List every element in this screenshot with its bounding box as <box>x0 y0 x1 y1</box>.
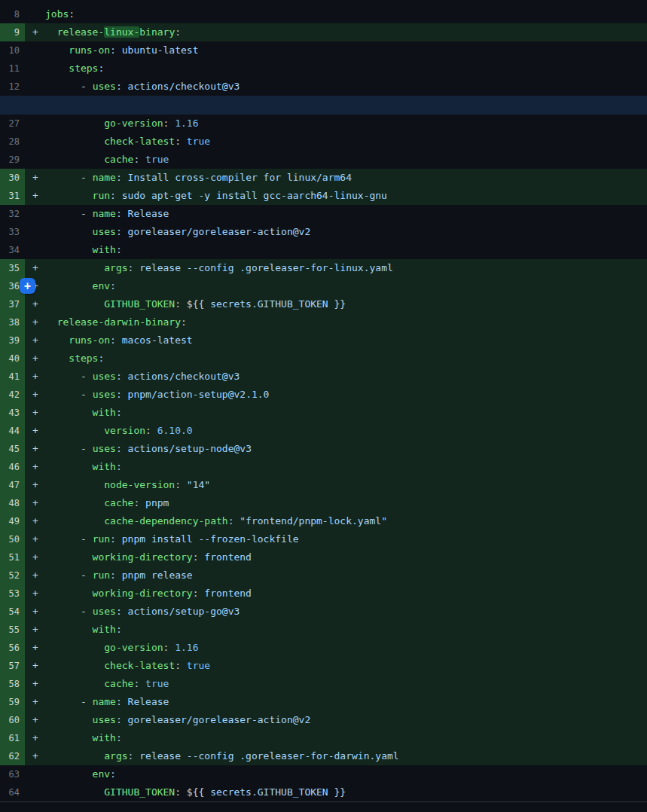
line-number[interactable]: 38 <box>0 313 25 331</box>
line-number[interactable]: 60 <box>0 711 25 729</box>
code-token: run <box>45 190 110 201</box>
diff-marker <box>25 205 45 223</box>
line-number[interactable]: 58 <box>0 675 25 693</box>
code-token: true <box>145 154 169 165</box>
code-token: }} <box>328 298 346 310</box>
diff-marker: + <box>25 169 45 187</box>
line-number[interactable]: 41 <box>0 368 25 386</box>
line-number[interactable]: 33 <box>0 223 25 241</box>
code-line: - name: Release <box>45 205 647 223</box>
code-token: : <box>116 606 128 617</box>
line-number[interactable]: 28 <box>0 133 25 151</box>
code-token: : <box>116 226 128 237</box>
line-number[interactable]: 53 <box>0 585 25 603</box>
line-number[interactable]: 44 <box>0 422 25 440</box>
line-number[interactable]: 8 <box>0 5 25 23</box>
line-number[interactable]: 9 <box>0 23 25 41</box>
expand-hunk-row[interactable] <box>0 96 647 114</box>
line-number[interactable]: 43 <box>0 404 25 422</box>
code-token: "14" <box>187 479 210 490</box>
line-number[interactable]: 34 <box>0 241 25 259</box>
code-line: release-darwin-binary: <box>45 313 647 331</box>
diff-marker: + <box>25 331 45 350</box>
diff-marker <box>25 783 45 801</box>
line-number[interactable]: 40 <box>0 350 25 368</box>
line-number[interactable]: 59 <box>0 693 25 711</box>
diff-marker: + <box>25 603 45 621</box>
line-number[interactable]: 10 <box>0 41 25 60</box>
diff-marker <box>25 151 45 169</box>
code-token: : <box>193 551 205 563</box>
code-token: version <box>45 425 145 436</box>
line-number[interactable]: 29 <box>0 151 25 169</box>
line-number[interactable]: 57 <box>0 657 25 675</box>
diff-row: 49+ cache-dependency-path: "frontend/pnp… <box>0 512 647 530</box>
code-line: - uses: actions/setup-node@v3 <box>45 440 647 458</box>
diff-row: 34 with: <box>0 241 647 259</box>
code-token: : <box>116 208 128 219</box>
line-number[interactable]: 30 <box>0 169 25 187</box>
code-token: : <box>98 63 104 74</box>
code-line: steps: <box>45 350 647 368</box>
code-token: actions/setup-node@v3 <box>128 443 252 454</box>
line-number[interactable]: 45 <box>0 440 25 458</box>
code-token: : <box>110 334 122 346</box>
line-number[interactable]: 62 <box>0 747 25 765</box>
code-token: - <box>45 208 93 219</box>
code-token: true <box>187 660 210 671</box>
line-number[interactable]: 46 <box>0 458 25 476</box>
line-number[interactable]: 27 <box>0 114 25 133</box>
code-token: run <box>93 569 110 581</box>
line-number[interactable]: 39 <box>0 331 25 350</box>
code-token: : <box>145 425 157 436</box>
code-token: : <box>116 732 122 743</box>
code-token: : <box>116 371 128 382</box>
line-number[interactable]: 37 <box>0 295 25 313</box>
add-comment-button[interactable]: + <box>20 278 35 294</box>
diff-marker: + <box>25 530 45 548</box>
diff-marker: + <box>25 404 45 422</box>
line-number[interactable]: 61 <box>0 729 25 747</box>
line-number[interactable]: 56 <box>0 639 25 657</box>
code-token: name <box>93 696 116 707</box>
line-number[interactable]: 55 <box>0 621 25 639</box>
line-number[interactable]: 47 <box>0 476 25 494</box>
code-line: - uses: pnpm/action-setup@v2.1.0 <box>45 386 647 404</box>
code-token: : <box>175 479 187 490</box>
code-line: run: sudo apt-get -y install gcc-aarch64… <box>45 187 647 205</box>
code-token: : <box>193 588 205 599</box>
code-token: pnpm install --frozen-lockfile <box>122 533 299 545</box>
line-number[interactable]: 64 <box>0 783 25 801</box>
line-number[interactable]: 12 <box>0 78 25 96</box>
code-token: Release <box>128 208 169 219</box>
code-token: uses <box>93 389 116 400</box>
line-number[interactable]: 50 <box>0 530 25 548</box>
code-token: : <box>175 660 187 671</box>
line-number[interactable]: 31 <box>0 187 25 205</box>
diff-marker: + <box>25 747 45 765</box>
code-token: actions/checkout@v3 <box>128 371 240 382</box>
line-number[interactable]: 32 <box>0 205 25 223</box>
line-number[interactable]: 11 <box>0 60 25 78</box>
code-token: 6.10.0 <box>157 425 193 436</box>
line-number[interactable]: 42 <box>0 386 25 404</box>
line-number[interactable]: 52 <box>0 566 25 585</box>
line-number[interactable]: 51 <box>0 548 25 566</box>
diff-marker: + <box>25 693 45 711</box>
code-token: goreleaser/goreleaser-action@v2 <box>128 714 311 725</box>
diff-row: 52+ - run: pnpm release <box>0 566 647 585</box>
code-token: release --config .goreleaser-for-darwin.… <box>139 750 398 762</box>
code-token: release- <box>45 26 104 38</box>
diff-row: 48+ cache: pnpm <box>0 494 647 512</box>
diff-row: 61+ with: <box>0 729 647 747</box>
line-number[interactable]: 63 <box>0 765 25 783</box>
line-number[interactable]: 54 <box>0 603 25 621</box>
code-token: linux- <box>104 26 139 38</box>
diff-row: 45+ - uses: actions/setup-node@v3 <box>0 440 647 458</box>
code-token: - <box>45 606 93 617</box>
line-number[interactable]: 35 <box>0 259 25 277</box>
code-token: : <box>181 316 187 328</box>
code-line: GITHUB_TOKEN: ${{ secrets.GITHUB_TOKEN }… <box>45 783 647 801</box>
line-number[interactable]: 48 <box>0 494 25 512</box>
line-number[interactable]: 49 <box>0 512 25 530</box>
